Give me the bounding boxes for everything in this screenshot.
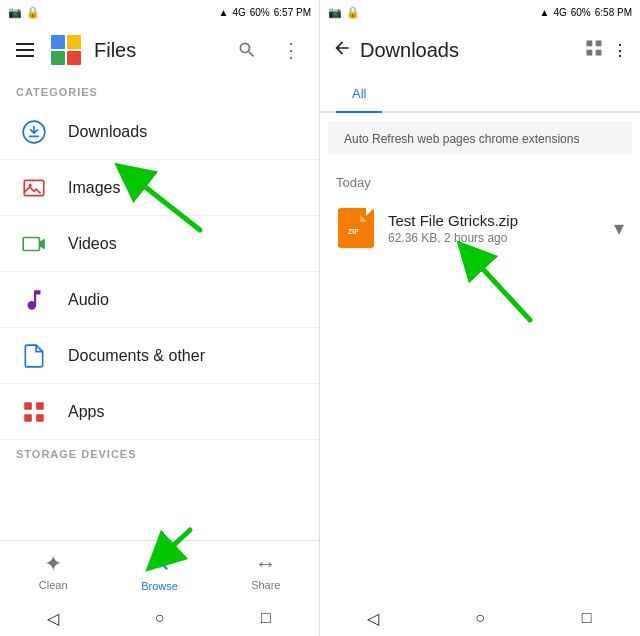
search-button[interactable] (231, 34, 263, 66)
downloads-icon (16, 114, 52, 150)
nav-list: Downloads Images Videos (0, 104, 319, 540)
battery-right: 60% (571, 7, 591, 18)
status-bar-right: 📷 🔒 ▲ 4G 60% 6:58 PM (320, 0, 640, 24)
audio-icon (16, 282, 52, 318)
share-icon: ↔ (255, 551, 277, 577)
svg-rect-13 (156, 558, 162, 559)
svg-rect-2 (51, 51, 65, 65)
more-options-button-right[interactable]: ⋮ (612, 41, 628, 60)
signal-icon-right: ▲ (539, 7, 549, 18)
grid-view-button[interactable] (584, 38, 604, 62)
app-title-left: Files (94, 39, 219, 62)
clean-label: Clean (39, 579, 68, 591)
files-logo (50, 34, 82, 66)
right-panel: 📷 🔒 ▲ 4G 60% 6:58 PM Downloads ⋮ All (320, 0, 640, 636)
categories-label: CATEGORIES (0, 76, 319, 104)
file-info: Test File Gtricks.zip 62.36 KB, 2 hours … (388, 212, 614, 245)
browse-label: Browse (141, 580, 178, 592)
apps-label: Apps (68, 403, 104, 421)
svg-rect-5 (24, 180, 44, 195)
nav-item-apps[interactable]: Apps (0, 384, 319, 440)
nav-item-images[interactable]: Images (0, 160, 319, 216)
videos-icon (16, 226, 52, 262)
tab-all[interactable]: All (336, 76, 382, 113)
svg-rect-3 (67, 51, 81, 65)
bottom-nav-clean[interactable]: ✦ Clean (23, 551, 83, 591)
recents-button-left[interactable]: □ (254, 606, 278, 630)
file-meta: 62.36 KB, 2 hours ago (388, 231, 614, 245)
back-button-sys-right[interactable]: ◁ (361, 606, 385, 630)
storage-label: STORAGE DEVICES (0, 440, 319, 464)
file-item-zip[interactable]: ZIP Test File Gtricks.zip 62.36 KB, 2 ho… (320, 198, 640, 258)
home-button-sys-right[interactable]: ○ (468, 606, 492, 630)
file-list-area: Auto Refresh web pages chrome extensions… (320, 113, 640, 600)
videos-label: Videos (68, 235, 117, 253)
bottom-nav-browse[interactable]: Browse (129, 550, 189, 592)
back-button-left[interactable]: ◁ (41, 606, 65, 630)
app-bar-left: Files ⋮ (0, 24, 319, 76)
menu-button[interactable] (12, 39, 38, 61)
status-right-icons: ▲ 4G 60% 6:57 PM (218, 7, 311, 18)
app-bar-right: Downloads ⋮ (320, 24, 640, 76)
left-panel: 📷 🔒 ▲ 4G 60% 6:57 PM Files (0, 0, 320, 636)
signal-strength: 4G (232, 7, 245, 18)
signal-icon: ▲ (218, 7, 228, 18)
battery-level: 60% (250, 7, 270, 18)
status-right-left-icons: 📷 🔒 (328, 6, 360, 19)
apps-icon (16, 394, 52, 430)
svg-rect-10 (24, 414, 32, 422)
signal-strength-right: 4G (553, 7, 566, 18)
camera-icon: 📷 (8, 6, 22, 19)
file-name: Test File Gtricks.zip (388, 212, 614, 229)
images-icon (16, 170, 52, 206)
camera-icon-right: 📷 (328, 6, 342, 19)
audio-label: Audio (68, 291, 109, 309)
documents-icon (16, 338, 52, 374)
chip-text: Auto Refresh web pages chrome extensions (344, 132, 579, 146)
svg-text:ZIP: ZIP (348, 228, 359, 235)
status-bar-left: 📷 🔒 ▲ 4G 60% 6:57 PM (0, 0, 319, 24)
browse-icon (148, 550, 170, 578)
status-left-icons: 📷 🔒 (8, 6, 40, 19)
nav-item-videos[interactable]: Videos (0, 216, 319, 272)
today-header: Today (320, 163, 640, 198)
recents-button-sys-right[interactable]: □ (575, 606, 599, 630)
svg-rect-9 (36, 402, 44, 410)
svg-rect-1 (67, 35, 81, 49)
home-button-left[interactable]: ○ (147, 606, 171, 630)
images-label: Images (68, 179, 120, 197)
app-title-right: Downloads (360, 39, 576, 62)
time-left: 6:57 PM (274, 7, 311, 18)
bottom-nav-share[interactable]: ↔ Share (236, 551, 296, 591)
sys-nav-left: ◁ ○ □ (0, 600, 319, 636)
back-button-right[interactable] (332, 38, 352, 62)
zip-file-icon: ZIP (336, 208, 376, 248)
nav-item-audio[interactable]: Audio (0, 272, 319, 328)
lock-icon: 🔒 (26, 6, 40, 19)
nav-item-documents[interactable]: Documents & other (0, 328, 319, 384)
downloads-label: Downloads (68, 123, 147, 141)
tabs-bar: All (320, 76, 640, 113)
more-options-button-left[interactable]: ⋮ (275, 34, 307, 66)
svg-rect-11 (36, 414, 44, 422)
time-right: 6:58 PM (595, 7, 632, 18)
file-more-button[interactable]: ▾ (614, 216, 624, 240)
clean-icon: ✦ (44, 551, 62, 577)
share-label: Share (251, 579, 280, 591)
svg-rect-0 (51, 35, 65, 49)
status-right-right-icons: ▲ 4G 60% 6:58 PM (539, 7, 632, 18)
documents-label: Documents & other (68, 347, 205, 365)
lock-icon-right: 🔒 (346, 6, 360, 19)
svg-rect-7 (23, 237, 39, 250)
svg-rect-14 (156, 561, 160, 562)
nav-item-downloads[interactable]: Downloads (0, 104, 319, 160)
zip-icon-shape: ZIP (338, 208, 374, 248)
svg-rect-8 (24, 402, 32, 410)
sys-nav-right: ◁ ○ □ (320, 600, 640, 636)
bottom-nav: ✦ Clean Browse ↔ Share (0, 540, 319, 600)
